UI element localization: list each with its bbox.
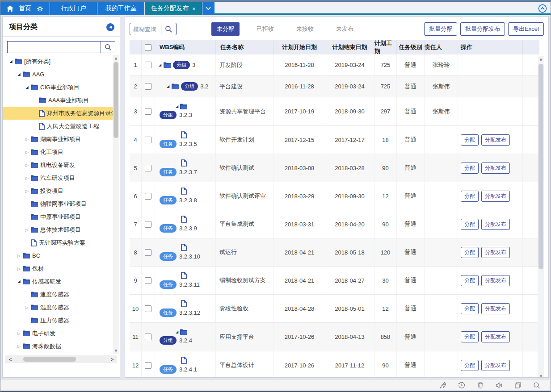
tree-expander-closed-icon[interactable]: ▷ bbox=[24, 176, 30, 180]
tree-item[interactable]: 人民大会堂改造工程 bbox=[3, 120, 113, 133]
assign-button[interactable]: 分配 bbox=[461, 331, 479, 342]
assign-button[interactable]: 分配 bbox=[461, 247, 479, 258]
column-header[interactable]: WBS编码 bbox=[155, 40, 216, 54]
history-icon[interactable] bbox=[458, 381, 466, 389]
scroll-down-icon[interactable]: ∨ bbox=[113, 347, 119, 354]
assign-publish-button[interactable]: 分配发布 bbox=[481, 134, 510, 146]
column-header[interactable]: 计划工期 bbox=[374, 40, 397, 54]
row-checkbox[interactable] bbox=[145, 277, 151, 284]
row-checkbox[interactable] bbox=[145, 249, 151, 256]
assign-publish-button[interactable]: 分配发布 bbox=[481, 191, 510, 202]
assign-button[interactable]: 分配 bbox=[461, 360, 479, 371]
filter-tab-1[interactable]: 未分配 bbox=[211, 22, 240, 36]
select-all-checkbox[interactable] bbox=[145, 44, 151, 51]
tree-item[interactable]: ▷机电设备研发 bbox=[3, 158, 113, 171]
scrollbar-thumb[interactable] bbox=[538, 64, 543, 269]
assign-publish-button[interactable]: 分配发布 bbox=[481, 303, 510, 314]
tree-expander-closed-icon[interactable]: ▷ bbox=[16, 254, 22, 258]
scroll-down-icon[interactable]: ∨ bbox=[538, 372, 544, 378]
tree-item[interactable]: 郑州市政务信息资源目录体系 bbox=[3, 107, 113, 120]
tree-item[interactable]: ▷温度传感器 bbox=[3, 301, 113, 314]
category-search-button[interactable] bbox=[101, 41, 115, 53]
row-expander-open-icon[interactable]: ◢ bbox=[176, 330, 178, 334]
nav-tab-3[interactable]: 任务分配发布× bbox=[144, 2, 202, 15]
tab-list-dropdown-button[interactable] bbox=[202, 2, 215, 15]
assign-button[interactable]: 分配 bbox=[461, 275, 479, 286]
tree-item[interactable]: ▷电子研发 bbox=[3, 327, 113, 340]
nav-tab-1[interactable]: 行政门户 bbox=[50, 2, 97, 15]
collapse-nav-button[interactable] bbox=[538, 4, 547, 15]
close-tab-icon[interactable]: × bbox=[192, 6, 196, 12]
tree-item[interactable]: ▷BC bbox=[3, 249, 113, 262]
assign-publish-button[interactable]: 分配发布 bbox=[481, 247, 510, 258]
row-checkbox[interactable] bbox=[145, 165, 151, 171]
rocket-icon[interactable] bbox=[439, 381, 447, 389]
sidebar-horizontal-scrollbar[interactable]: < > bbox=[5, 355, 117, 363]
fuzzy-search-button[interactable] bbox=[161, 23, 177, 35]
tree-expander-open-icon[interactable]: ◢ bbox=[8, 59, 14, 63]
tree-item[interactable]: ▷经营管理 bbox=[3, 353, 113, 354]
tree-item[interactable]: 速度传感器 bbox=[3, 288, 113, 301]
tree-item[interactable]: 物联网事业部项目 bbox=[3, 197, 113, 210]
assign-publish-button[interactable]: 分配发布 bbox=[481, 163, 510, 174]
tree-item[interactable]: 压力传感器 bbox=[3, 314, 113, 327]
sidebar-collapse-button[interactable]: ◀ bbox=[106, 23, 114, 31]
tree-expander-closed-icon[interactable]: ▷ bbox=[24, 137, 30, 142]
scroll-up-icon[interactable]: ∧ bbox=[538, 56, 544, 63]
column-header[interactable]: 任务级别 bbox=[397, 40, 425, 54]
row-expander-open-icon[interactable]: ◢ bbox=[167, 84, 169, 88]
sidebar-vertical-scrollbar[interactable]: ∧ ∨ bbox=[113, 55, 119, 354]
nav-tab-2[interactable]: 我的工作室 bbox=[97, 2, 144, 15]
bulk-action-button-3[interactable]: 导出Excel bbox=[508, 22, 544, 36]
row-checkbox[interactable] bbox=[145, 62, 151, 68]
scroll-up-icon[interactable]: ∧ bbox=[113, 55, 119, 62]
assign-publish-button[interactable]: 分配发布 bbox=[481, 360, 510, 371]
tree-expander-closed-icon[interactable]: ▷ bbox=[24, 305, 30, 310]
tree-expander-closed-icon[interactable]: ▷ bbox=[24, 163, 30, 167]
windows-icon[interactable] bbox=[514, 381, 522, 389]
tree-item[interactable]: AAA事业部项目 bbox=[3, 94, 113, 107]
table-vertical-scrollbar[interactable]: ∧ ∨ bbox=[538, 56, 544, 378]
tree-item[interactable]: ▷湖南事业部项目 bbox=[3, 133, 113, 146]
assign-button[interactable]: 分配 bbox=[461, 191, 479, 202]
tree-item[interactable]: ◢[所有分类] bbox=[3, 55, 113, 68]
tree-expander-closed-icon[interactable]: ▷ bbox=[24, 150, 30, 154]
tree-item[interactable]: 中原事业部项目 bbox=[3, 210, 113, 223]
row-expander-open-icon[interactable]: ◢ bbox=[159, 63, 161, 67]
row-checkbox[interactable] bbox=[145, 108, 151, 115]
trash-icon[interactable] bbox=[476, 381, 484, 389]
filter-tab-4[interactable]: 未发布 bbox=[331, 22, 359, 36]
tree-item[interactable]: ◢CIG事业部项目 bbox=[3, 81, 113, 94]
row-checkbox[interactable] bbox=[145, 362, 151, 369]
column-header[interactable]: 操作 bbox=[458, 40, 523, 54]
bulk-action-button-1[interactable]: 批量分配 bbox=[424, 22, 457, 36]
category-search-input[interactable] bbox=[7, 41, 101, 53]
assign-button[interactable]: 分配 bbox=[461, 219, 479, 230]
tree-expander-closed-icon[interactable]: ▷ bbox=[16, 344, 22, 349]
filter-tab-3[interactable]: 未接收 bbox=[291, 22, 319, 36]
tree-expander-closed-icon[interactable]: ▷ bbox=[24, 189, 30, 193]
assign-button[interactable]: 分配 bbox=[461, 303, 479, 314]
assign-button[interactable]: 分配 bbox=[461, 134, 479, 146]
column-header[interactable]: 责任人 bbox=[425, 40, 458, 54]
assign-publish-button[interactable]: 分配发布 bbox=[481, 331, 510, 342]
row-checkbox[interactable] bbox=[145, 193, 151, 200]
row-checkbox[interactable] bbox=[145, 221, 151, 228]
search-icon[interactable] bbox=[533, 381, 541, 389]
tree-item[interactable]: ▷包材 bbox=[3, 262, 113, 275]
row-expander-open-icon[interactable]: ◢ bbox=[176, 104, 178, 108]
tree-item[interactable]: ▷海珠政数据 bbox=[3, 340, 113, 353]
tree-expander-closed-icon[interactable]: ▷ bbox=[16, 331, 22, 336]
assign-publish-button[interactable]: 分配发布 bbox=[481, 219, 510, 230]
tree-item[interactable]: 无针圆环实验方案 bbox=[3, 236, 113, 249]
nav-home-label[interactable]: 首页 bbox=[19, 4, 31, 13]
tree-item[interactable]: ▷总体技术部项目 bbox=[3, 223, 113, 236]
scroll-right-icon[interactable]: > bbox=[107, 357, 117, 362]
scroll-left-icon[interactable]: < bbox=[5, 357, 15, 362]
speaker-icon[interactable] bbox=[495, 381, 503, 389]
tree-expander-closed-icon[interactable]: ▷ bbox=[16, 267, 22, 271]
nav-home-group[interactable]: 首页 bbox=[0, 2, 50, 15]
bulk-action-button-2[interactable]: 批量分配发布 bbox=[460, 22, 505, 36]
tree-expander-closed-icon[interactable]: ▷ bbox=[24, 228, 30, 232]
tree-item[interactable]: ▷汽车研发项目 bbox=[3, 171, 113, 184]
